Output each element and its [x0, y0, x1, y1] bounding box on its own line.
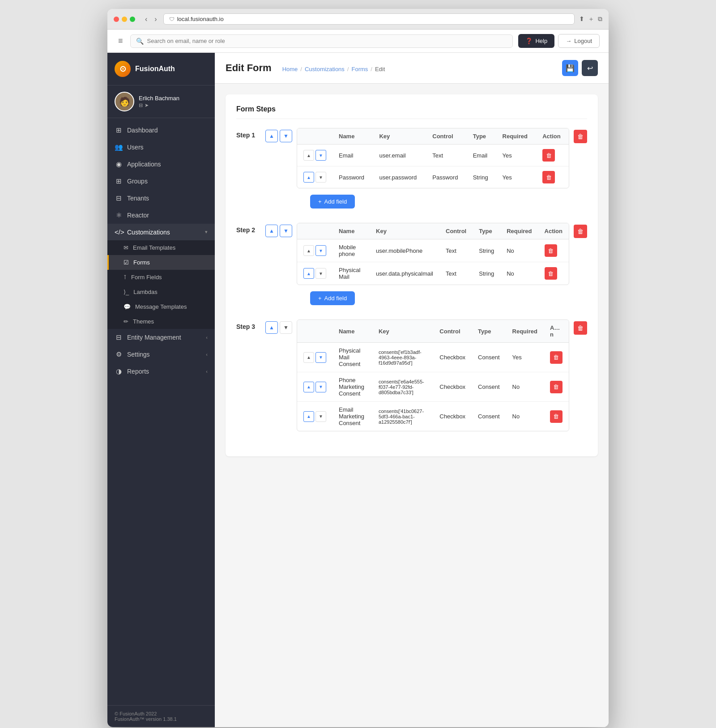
browser-titlebar: ‹ › 🛡 local.fusionauth.io ⬆ ＋ ⧉	[114, 13, 602, 25]
sidebar-item-themes[interactable]: ✏ Themes	[107, 314, 215, 329]
step-2-delete-button[interactable]: 🗑	[574, 225, 587, 238]
address-bar[interactable]: 🛡 local.fusionauth.io	[163, 13, 575, 25]
field-delete-button[interactable]: 🗑	[550, 410, 563, 423]
step-2-move-up-button[interactable]: ▲	[265, 225, 278, 237]
applications-icon: ◉	[115, 160, 123, 168]
step-2-table: Name Key Control Type Required Action	[297, 223, 569, 285]
field-action-cell: 🗑	[538, 239, 569, 262]
field-delete-button[interactable]: 🗑	[542, 171, 555, 183]
col-header-order	[297, 320, 332, 343]
logout-button[interactable]: → Logout	[558, 34, 600, 48]
field-delete-button[interactable]: 🗑	[550, 381, 563, 393]
save-button[interactable]: 💾	[562, 60, 578, 76]
sidebar-item-entity-management[interactable]: ⊟ Entity Management ‹	[107, 329, 215, 346]
field-move-up-button[interactable]: ▲	[303, 150, 314, 161]
search-input[interactable]	[147, 38, 507, 44]
field-move-up-button[interactable]: ▲	[303, 172, 314, 183]
sidebar-sub-label: Form Fields	[131, 274, 162, 281]
maximize-traffic-light[interactable]	[130, 17, 135, 22]
step-3-move-up-button[interactable]: ▲	[265, 321, 278, 334]
step-1-move-down-button[interactable]: ▼	[280, 130, 292, 142]
field-type-cell: Consent	[472, 343, 506, 372]
field-move-down-button[interactable]: ▼	[315, 411, 326, 422]
sidebar-item-email-templates[interactable]: ✉ Email Templates	[107, 240, 215, 255]
field-move-down-button[interactable]: ▼	[315, 245, 326, 256]
minimize-traffic-light[interactable]	[122, 17, 127, 22]
field-name-cell: Password	[332, 166, 373, 188]
step-2-move-down-button[interactable]: ▼	[280, 225, 292, 237]
sidebar-item-users[interactable]: 👥 Users	[107, 139, 215, 156]
topbar: ≡ 🔍 ❓ Help → Logout	[107, 30, 609, 53]
step-1-add-field-button[interactable]: + Add field	[310, 195, 355, 209]
field-move-up-button[interactable]: ▲	[303, 352, 314, 363]
sidebar-item-reports[interactable]: ◑ Reports ‹	[107, 363, 215, 380]
close-traffic-light[interactable]	[114, 17, 119, 22]
field-move-down-button[interactable]: ▼	[315, 150, 326, 161]
sidebar-item-message-templates[interactable]: 💬 Message Templates	[107, 299, 215, 314]
sidebar-user: 🧑 Erlich Bachman ⊟ ➤	[107, 85, 215, 118]
table-row: ▲ ▼ Password user.password Password	[297, 166, 569, 188]
plus-icon: +	[318, 295, 322, 302]
step-1-delete-button[interactable]: 🗑	[574, 130, 587, 143]
sidebar-item-tenants[interactable]: ⊟ Tenants	[107, 190, 215, 207]
sidebar-item-groups[interactable]: ⊞ Groups	[107, 173, 215, 190]
breadcrumb-forms[interactable]: Forms	[351, 66, 368, 72]
field-move-up-button[interactable]: ▲	[303, 382, 314, 392]
col-header-name: Name	[332, 128, 373, 145]
step-3-move-down-button[interactable]: ▼	[280, 321, 292, 334]
col-header-control: Control	[426, 128, 466, 145]
sidebar-sub-label: Message Templates	[135, 303, 187, 310]
groups-icon: ⊞	[115, 177, 123, 185]
customizations-icon: </>	[115, 228, 123, 236]
browser-controls: ‹ ›	[143, 14, 159, 24]
sidebar-item-settings[interactable]: ⚙ Settings ‹	[107, 346, 215, 363]
breadcrumb-current: Edit	[375, 66, 385, 72]
user-nav-icon: ➤	[145, 102, 149, 108]
field-move-up-button[interactable]: ▲	[303, 245, 314, 256]
field-key-cell: consents['e6a4e555-f037-4e77-92fd-d805bd…	[372, 372, 433, 402]
new-tab-icon[interactable]: ＋	[588, 15, 594, 23]
field-move-down-button[interactable]: ▼	[315, 172, 326, 183]
col-header-key: Key	[373, 128, 426, 145]
back-button[interactable]: ‹	[143, 14, 149, 24]
step-3-delete-button[interactable]: 🗑	[574, 321, 587, 335]
share-icon[interactable]: ⬆	[579, 15, 584, 23]
field-move-down-button[interactable]: ▼	[315, 352, 326, 363]
step-2-add-field-button[interactable]: + Add field	[310, 291, 355, 305]
field-move-up-button[interactable]: ▲	[303, 268, 314, 279]
field-move-down-button[interactable]: ▼	[315, 268, 326, 279]
col-header-order	[297, 223, 332, 239]
sidebar-item-form-fields[interactable]: ⊺ Form Fields	[107, 270, 215, 285]
brand-logo-icon: ⊙	[115, 61, 131, 77]
sidebar-item-lambdas[interactable]: ⟩_ Lambdas	[107, 285, 215, 299]
field-move-down-button[interactable]: ▼	[315, 382, 326, 392]
windows-icon[interactable]: ⧉	[598, 15, 602, 23]
field-delete-button[interactable]: 🗑	[545, 267, 557, 280]
field-name-cell: Phone Marketing Consent	[332, 372, 372, 402]
sidebar-item-reactor[interactable]: ⚛ Reactor	[107, 207, 215, 224]
field-delete-button[interactable]: 🗑	[550, 351, 563, 364]
row-order-buttons: ▲ ▼	[303, 382, 326, 392]
forms-icon: ☑	[124, 259, 129, 266]
search-box[interactable]: 🔍	[130, 34, 513, 48]
breadcrumb-customizations[interactable]: Customizations	[305, 66, 345, 72]
forward-button[interactable]: ›	[153, 14, 158, 24]
field-delete-button[interactable]: 🗑	[542, 149, 555, 162]
form-steps-title: Form Steps	[236, 105, 587, 119]
back-button[interactable]: ↩	[582, 60, 598, 76]
step-2-label: Step 2	[236, 223, 261, 234]
sidebar-item-applications[interactable]: ◉ Applications	[107, 156, 215, 173]
sidebar-item-dashboard[interactable]: ⊞ Dashboard	[107, 122, 215, 139]
col-header-action: Action	[536, 128, 569, 145]
menu-toggle-icon[interactable]: ≡	[116, 34, 125, 47]
breadcrumb-home[interactable]: Home	[282, 66, 298, 72]
step-2-table-wrapper: Name Key Control Type Required Action	[297, 223, 569, 285]
step-2-container: Step 2 ▲ ▼	[236, 223, 587, 305]
field-delete-button[interactable]: 🗑	[545, 244, 557, 257]
help-button[interactable]: ❓ Help	[518, 34, 554, 48]
sidebar-item-customizations[interactable]: </> Customizations ▾	[107, 224, 215, 240]
sidebar-item-forms[interactable]: ☑ Forms	[107, 255, 215, 270]
field-control-cell: Checkbox	[433, 402, 472, 431]
field-move-up-button[interactable]: ▲	[303, 411, 314, 422]
step-1-move-up-button[interactable]: ▲	[265, 130, 278, 142]
